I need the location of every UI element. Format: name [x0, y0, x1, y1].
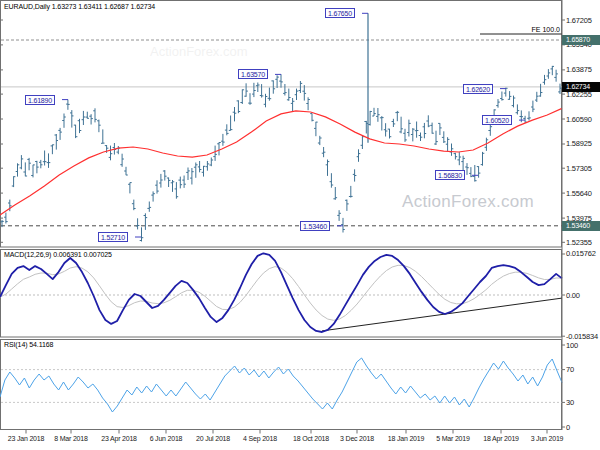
price-marker-label[interactable]: 1.52710	[98, 232, 128, 242]
price-axis-label: 1.55640	[566, 189, 592, 198]
date-axis-label: 23 Jan 2018	[8, 435, 44, 442]
price-marker-label[interactable]: 1.63570	[238, 69, 268, 79]
date-axis-label: 3 Jun 2019	[531, 435, 564, 442]
chart-title: EURAUD,Daily 1.63273 1.63411 1.62687 1.6…	[4, 3, 155, 10]
price-axis-label: 1.58925	[566, 139, 592, 148]
level-price-tag: 1.53460	[562, 221, 600, 231]
date-axis-label: 5 Mar 2019	[436, 435, 469, 442]
date-axis-label: 18 Oct 2018	[293, 435, 329, 442]
price-axis-label: 1.57305	[566, 164, 592, 173]
price-marker-label[interactable]: 1.53460	[300, 221, 330, 231]
rsi-axis-label: 30	[566, 398, 574, 407]
rsi-axis-label: 0	[566, 423, 570, 432]
rsi-indicator-label: RSI(14) 54.1168	[4, 341, 53, 348]
watermark: ActionForex.com	[402, 192, 534, 212]
date-axis-label: 8 Mar 2018	[54, 435, 87, 442]
price-axis-label: 1.52355	[566, 238, 592, 247]
price-marker-label[interactable]: 1.62620	[463, 84, 493, 94]
macd-indicator-label: MACD(12,26,9) 0.006391 0.007025	[4, 251, 112, 258]
macd-axis-label: 0.015762	[566, 249, 596, 258]
macd-main-line	[0, 253, 562, 332]
date-axis-label: 6 Jun 2018	[150, 435, 183, 442]
date-axis-label: 23 Apr 2018	[101, 435, 137, 442]
macd-axis-label: -0.015834	[566, 332, 598, 341]
macd-panel-border	[1, 250, 562, 338]
price-marker-label[interactable]: 1.60520	[482, 115, 512, 125]
fibonacci-extension-label: FE 100.0	[480, 26, 560, 33]
rsi-axis-label: 100	[566, 341, 578, 350]
rsi-axis-label: 70	[566, 365, 574, 374]
rsi-line	[0, 358, 562, 412]
price-marker-label[interactable]: 1.56830	[435, 170, 465, 180]
price-marker-label[interactable]: 1.61890	[25, 95, 55, 105]
date-axis-label: 3 Dec 2018	[340, 435, 374, 442]
price-axis-label: 1.63875	[566, 65, 592, 74]
current-price-tag: 1.62734	[562, 82, 600, 92]
price-axis-label: 1.67205	[566, 16, 592, 25]
level-price-tag: 1.65870	[562, 35, 600, 45]
price-axis-label: 1.60590	[566, 115, 592, 124]
macd-axis-label: 0.00	[566, 291, 580, 300]
watermark-faint: ActionForex.com	[150, 44, 248, 59]
date-axis-label: 18 Apr 2019	[483, 435, 519, 442]
chart-window: EURAUD,Daily 1.63273 1.63411 1.62687 1.6…	[0, 0, 600, 450]
price-marker-label[interactable]: 1.67650	[325, 8, 355, 18]
date-axis-label: 18 Jan 2019	[388, 435, 424, 442]
date-axis-label: 20 Jul 2018	[196, 435, 230, 442]
date-axis-label: 4 Sep 2018	[243, 435, 277, 442]
